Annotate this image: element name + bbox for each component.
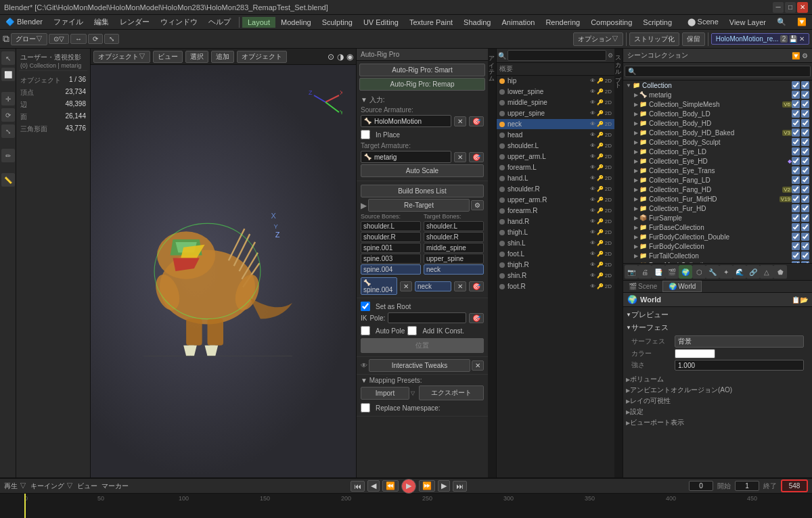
bone-key-icon[interactable]: 🔑 <box>597 110 604 116</box>
expand-arrow[interactable]: ▼ <box>626 83 631 89</box>
transform-btn1[interactable]: ↔ <box>70 34 87 44</box>
expand-arrow[interactable]: ▶ <box>634 177 638 183</box>
close-button[interactable]: ✕ <box>797 2 808 13</box>
props-icon-view[interactable]: 📑 <box>652 265 665 279</box>
pivot-btn[interactable]: ⊙▽ <box>49 34 69 44</box>
item-render-checkbox[interactable] <box>801 81 809 89</box>
item-vis-checkbox[interactable] <box>792 166 800 174</box>
props-icon-physics[interactable]: 🌊 <box>733 265 746 279</box>
props-icon-scene[interactable]: 🎬 <box>665 265 679 279</box>
props-icon-object[interactable]: ⬡ <box>692 265 706 279</box>
bone-list-item[interactable]: thigh.L 👁 🔑 2D <box>497 227 614 238</box>
bone-key-icon[interactable]: 🔑 <box>597 197 604 203</box>
tl-play-label[interactable]: 再生 ▽ <box>4 481 26 491</box>
tweaks-close-btn[interactable]: ✕ <box>472 360 484 371</box>
bone-tgt-cell[interactable]: middle_spine <box>424 243 484 253</box>
inplace-checkbox[interactable] <box>361 130 370 139</box>
item-vis-checkbox[interactable] <box>792 176 800 184</box>
item-vis-checkbox[interactable] <box>792 252 800 260</box>
menu-viewlayer[interactable]: View Layer <box>724 17 771 28</box>
bone-tgt-cell[interactable]: shoulder.L <box>424 221 484 231</box>
bone-pick-btn[interactable]: 🎯 <box>469 281 484 291</box>
bone-vis-icon[interactable]: 👁 <box>590 208 595 214</box>
viewport-object-menu[interactable]: オブジェクト <box>237 51 287 63</box>
bone-vis-icon[interactable]: 👁 <box>590 240 595 246</box>
bone-vis-icon[interactable]: 👁 <box>590 132 595 138</box>
props-icon-render[interactable]: 📷 <box>625 265 638 279</box>
bone-list-item[interactable]: foot.L 👁 🔑 2D <box>497 249 614 260</box>
bone-tgt-clear-btn[interactable]: ✕ <box>454 281 466 291</box>
expand-arrow[interactable]: ▶ <box>634 158 638 164</box>
item-render-checkbox[interactable] <box>801 185 809 193</box>
item-render-checkbox[interactable] <box>801 157 809 165</box>
tab-shading[interactable]: Shading <box>458 17 496 28</box>
pole-pick-btn[interactable]: 🎯 <box>469 313 484 323</box>
bone-list-item[interactable]: upper_arm.R 👁 🔑 2D <box>497 195 614 206</box>
tab-uv-editing[interactable]: UV Editing <box>358 17 404 28</box>
item-vis-checkbox[interactable] <box>792 119 800 127</box>
sidebar-tool-rotate[interactable]: ⟳ <box>1 108 15 122</box>
tl-view-label[interactable]: ビュー <box>77 481 97 491</box>
color-swatch[interactable] <box>675 349 715 358</box>
viewport-object-mode[interactable]: オブジェクト▽ <box>93 51 150 63</box>
bone-list-item[interactable]: hand.R 👁 🔑 2D <box>497 216 614 227</box>
position-btn[interactable]: 位置 <box>361 338 484 353</box>
item-vis-checkbox[interactable] <box>792 138 800 146</box>
bone-tgt-cell[interactable]: upper_spine <box>424 254 484 264</box>
outliner-item[interactable]: ▶ 📁 FurBaseCollection <box>623 222 812 232</box>
bone-key-icon[interactable]: 🔑 <box>597 164 604 170</box>
item-render-checkbox[interactable] <box>801 128 809 137</box>
timeline-ruler[interactable]: 0 50 100 150 200 250 300 350 400 450 <box>0 494 812 518</box>
bone-key-icon[interactable]: 🔑 <box>597 143 604 149</box>
item-render-checkbox[interactable] <box>801 147 809 156</box>
bone-vis-icon[interactable]: 👁 <box>590 164 595 170</box>
surface-section[interactable]: サーフェス <box>626 323 809 333</box>
world-browse-btn[interactable]: 📂 <box>800 296 808 304</box>
expand-arrow[interactable]: ▶ <box>634 101 638 108</box>
menu-window[interactable]: ウィンドウ <box>155 16 203 28</box>
props-icon-material[interactable]: ⬟ <box>773 265 787 279</box>
next-keyframe-btn[interactable]: ⏩ <box>419 480 435 492</box>
item-vis-checkbox[interactable] <box>792 204 800 212</box>
outliner-item[interactable]: ▶ 📁 Collection_Body_HD_Baked V3 <box>623 128 812 137</box>
item-render-checkbox[interactable] <box>801 166 809 174</box>
bone-list-item[interactable]: head 👁 🔑 2D <box>497 130 614 141</box>
settings-section[interactable]: ▶ 設定 <box>626 407 809 417</box>
bone-list-item[interactable]: upper_spine 👁 🔑 2D <box>497 108 614 119</box>
bone-key-icon[interactable]: 🔑 <box>597 99 604 105</box>
sidebar-tool-measure[interactable]: 📏 <box>1 173 15 187</box>
outliner-item[interactable]: ▼ 📁 Collection <box>623 80 812 90</box>
tl-key-label[interactable]: キーイング ▽ <box>30 481 73 491</box>
props-icon-data[interactable]: △ <box>760 265 773 279</box>
bone-vis-icon[interactable]: 👁 <box>590 218 595 225</box>
retarget-settings-btn[interactable]: ⚙ <box>471 200 484 210</box>
bone-key-icon[interactable]: 🔑 <box>597 78 604 84</box>
bone-search-input[interactable] <box>508 50 606 61</box>
current-frame-input[interactable]: 0 <box>689 481 713 491</box>
bone-list-item[interactable]: forearm.L 👁 🔑 2D <box>497 162 614 173</box>
item-render-checkbox[interactable] <box>801 252 809 260</box>
props-icon-world[interactable]: 🌍 <box>679 265 692 279</box>
item-vis-checkbox[interactable] <box>792 185 800 193</box>
expand-arrow[interactable]: ▶ <box>634 130 638 136</box>
maximize-button[interactable]: □ <box>785 2 796 13</box>
source-pick-btn[interactable]: 🎯 <box>469 116 484 126</box>
sidebar-tool-move[interactable]: ✛ <box>1 92 15 105</box>
arp-smart-btn[interactable]: Auto-Rig Pro: Smart <box>359 64 485 76</box>
bone-list-item[interactable]: neck 👁 🔑 2D <box>497 119 614 130</box>
sidebar-tool-scale[interactable]: ⤡ <box>1 124 15 138</box>
replace-ns-checkbox[interactable] <box>361 403 370 413</box>
bone-vis-icon[interactable]: 👁 <box>590 229 595 235</box>
item-render-checkbox[interactable] <box>801 176 809 184</box>
bone-vis-icon[interactable]: 👁 <box>590 186 595 192</box>
item-vis-checkbox[interactable] <box>792 128 800 137</box>
jump-end-btn[interactable]: ⏭ <box>453 481 467 492</box>
props-icon-modifier[interactable]: 🔧 <box>706 265 719 279</box>
tab-modeling[interactable]: Modeling <box>275 17 317 28</box>
bone-vis-icon[interactable]: 👁 <box>590 110 595 116</box>
outliner-item[interactable]: ▶ 📁 Collection_Fur_HD <box>623 204 812 213</box>
viewport-add[interactable]: 追加 <box>211 51 234 63</box>
item-render-checkbox[interactable] <box>801 138 809 146</box>
outliner-item[interactable]: ▶ 📁 Collection_Body_LD <box>623 109 812 118</box>
menu-help[interactable]: ヘルプ <box>203 16 236 28</box>
